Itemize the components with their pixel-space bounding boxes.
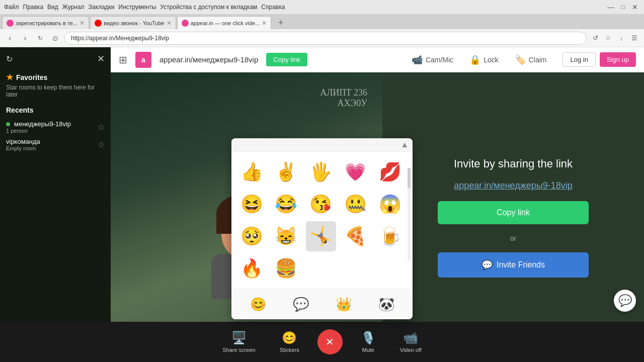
emoji-laugh[interactable]: 😆 (236, 189, 267, 219)
emoji-footer-smiley[interactable]: 😊 (247, 293, 269, 315)
tab-close-youtube[interactable]: ✕ (167, 20, 172, 27)
emoji-footer-panda[interactable]: 🐼 (375, 293, 397, 315)
lock-action[interactable]: 🔒 Lock (465, 52, 503, 67)
auth-buttons: Log in Sign up (562, 52, 636, 67)
copy-link-button-nav[interactable]: Copy link (266, 53, 307, 66)
emoji-scream[interactable]: 😱 (375, 189, 405, 219)
bookmark-icon[interactable]: ☆ (603, 33, 614, 44)
tab-close-appear[interactable]: ✕ (262, 20, 267, 27)
reload-button[interactable]: ↻ (34, 32, 46, 44)
mute-button[interactable]: 🎙️ Mute (355, 327, 382, 357)
menu-edit[interactable]: Правка (23, 4, 44, 11)
end-call-button[interactable]: ✕ (317, 329, 343, 354)
brand-logo: a (135, 52, 151, 68)
emoji-wave[interactable]: 🖐️ (306, 157, 336, 187)
emoji-pizza[interactable]: 🍕 (340, 221, 370, 251)
emoji-beer[interactable]: 🍺 (375, 221, 405, 251)
app-container: ↻ ✕ ★ Favorites Star rooms to keep them … (0, 47, 644, 362)
emoji-cat-smile[interactable]: 😸 (271, 221, 301, 251)
emoji-scroll-thumb[interactable] (408, 168, 411, 188)
menu-icon[interactable]: ☰ (629, 33, 640, 44)
stickers-icon: 😊 (282, 331, 297, 345)
home-button[interactable]: ⊙ (49, 32, 61, 44)
tab-youtube[interactable]: видео звонок - YouTube ✕ (90, 16, 176, 29)
emoji-heart[interactable]: 💗 (340, 157, 370, 187)
emoji-cartwheel[interactable]: 🤸 (306, 221, 336, 251)
end-call-icon: ✕ (326, 336, 334, 348)
close-button[interactable]: ✕ (630, 2, 640, 12)
sidebar-close-button[interactable]: ✕ (97, 53, 105, 64)
app-grid-icon[interactable]: ⊞ (119, 54, 127, 66)
emoji-footer-crown[interactable]: 👑 (333, 293, 355, 315)
emoji-thumbsup[interactable]: 👍 (236, 157, 267, 187)
emoji-footer-speech[interactable]: 💬 (290, 293, 312, 315)
menu-devices[interactable]: Устройства с доступом к вкладкам (160, 4, 257, 11)
menu-file[interactable]: Файл (4, 4, 19, 11)
emoji-peace[interactable]: ✌️ (271, 157, 301, 187)
emoji-scrollbar (408, 168, 411, 260)
maximize-button[interactable]: □ (618, 2, 628, 12)
tab-label-youtube: видео звонок - YouTube (104, 20, 165, 26)
room-star-1[interactable]: ☆ (98, 140, 105, 149)
cam-mic-label: Cam/Mic (426, 56, 453, 64)
menu-help[interactable]: Справка (261, 4, 285, 11)
emoji-popup-close[interactable]: ▲ (400, 140, 409, 149)
share-screen-label: Share screen (222, 347, 255, 353)
copy-link-button-main[interactable]: Copy link (438, 201, 589, 224)
tab-close-register[interactable]: ✕ (79, 20, 85, 27)
video-overlay-text: АЛИПТ 236АХЭ0У (320, 87, 367, 109)
log-in-button[interactable]: Log in (562, 52, 595, 67)
menu-bookmarks[interactable]: Закладки (89, 4, 115, 11)
back-button[interactable]: ‹ (4, 32, 16, 44)
sidebar-room-0[interactable]: менеджеры9-18vip 1 person ☆ (6, 118, 105, 136)
emoji-fire[interactable]: 🔥 (236, 253, 267, 284)
sign-up-button[interactable]: Sign up (600, 52, 636, 67)
lock-label: Lock (484, 56, 499, 64)
share-screen-icon: 🖥️ (231, 331, 247, 345)
room-sub-0: 1 person (6, 128, 71, 134)
bottom-toolbar: 🖥️ Share screen 😊 Stickers ✕ 🎙️ Mute 📹 V… (0, 322, 644, 362)
menu-view[interactable]: Вид (47, 4, 58, 11)
invite-friends-button[interactable]: 💬 Invite Friends (438, 252, 589, 278)
address-icons: ↺ ☆ ↓ ☰ (590, 33, 640, 44)
sidebar-room-1[interactable]: vipкоманда Empty room ☆ (6, 136, 105, 153)
menu-journal[interactable]: Журнал (62, 4, 85, 11)
menu-tools[interactable]: Инструменты (119, 4, 156, 11)
tab-label-register: зарегистрировать в те... (16, 20, 77, 26)
room-name-0: менеджеры9-18vip (14, 120, 71, 128)
stickers-button[interactable]: 😊 Stickers (274, 327, 305, 357)
window-controls: — □ ✕ (606, 2, 640, 12)
video-off-label: Video off (400, 347, 422, 353)
emoji-zipper[interactable]: 🤐 (340, 189, 370, 219)
video-off-icon: 📹 (403, 331, 418, 345)
right-panel: Invite by sharing the link appear.in/мен… (382, 72, 644, 362)
emoji-burger[interactable]: 🍔 (271, 253, 301, 284)
video-off-button[interactable]: 📹 Video off (394, 327, 428, 357)
chat-bubble-button[interactable]: 💬 (614, 290, 636, 312)
emoji-tears[interactable]: 😂 (271, 189, 301, 219)
forward-button[interactable]: › (19, 32, 31, 44)
emoji-kiss[interactable]: 😘 (306, 189, 336, 219)
claim-action[interactable]: 🏷️ Claim (511, 52, 551, 67)
mute-icon: 🎙️ (361, 331, 376, 345)
emoji-pleading[interactable]: 🥺 (236, 221, 267, 251)
download-icon[interactable]: ↓ (616, 33, 627, 44)
cam-mic-icon: 📹 (412, 54, 423, 65)
sidebar-refresh-button[interactable]: ↻ (6, 54, 13, 64)
room-url-display: appear.in/менеджеры9-18vip (159, 55, 258, 64)
invite-link[interactable]: appear.in/менеджеры9-18vip (454, 180, 573, 191)
tab-register[interactable]: зарегистрировать в те... ✕ (2, 16, 89, 29)
cam-mic-action[interactable]: 📹 Cam/Mic (408, 52, 457, 67)
minimize-button[interactable]: — (606, 2, 616, 12)
tab-appear[interactable]: appear.in — one click vide... ✕ (177, 16, 272, 29)
address-input[interactable] (64, 32, 587, 45)
new-tab-button[interactable]: + (274, 16, 287, 29)
refresh-icon[interactable]: ↺ (590, 33, 601, 44)
share-screen-button[interactable]: 🖥️ Share screen (216, 327, 261, 357)
room-sub-1: Empty room (6, 145, 40, 151)
emoji-lips[interactable]: 💋 (375, 157, 405, 187)
tabs-bar: зарегистрировать в те... ✕ видео звонок … (0, 14, 644, 29)
room-star-0[interactable]: ☆ (98, 122, 105, 132)
emoji-popup-header: ▲ (231, 138, 413, 152)
emoji-empty-3 (375, 253, 405, 284)
